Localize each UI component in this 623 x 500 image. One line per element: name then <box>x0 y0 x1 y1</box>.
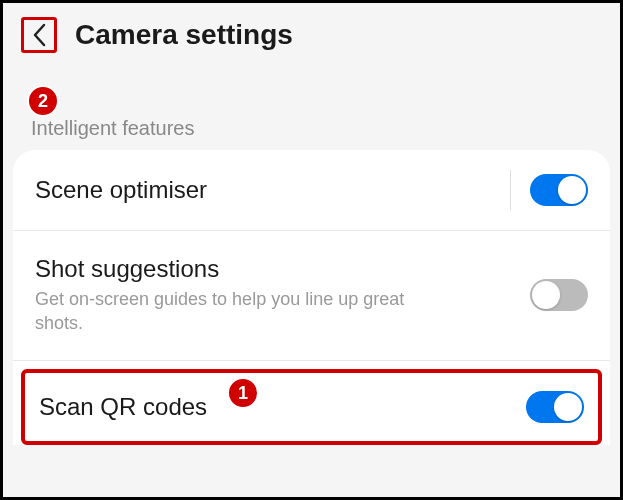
page-title: Camera settings <box>75 19 293 51</box>
setting-scene-optimiser[interactable]: Scene optimiser <box>13 150 610 231</box>
header: Camera settings <box>3 3 620 67</box>
toggle-scene-optimiser[interactable] <box>530 174 588 206</box>
toggle-scan-qr-codes[interactable] <box>526 391 584 423</box>
setting-subtitle: Get on-screen guides to help you line up… <box>35 287 455 336</box>
setting-text: Shot suggestions Get on-screen guides to… <box>35 255 514 336</box>
chevron-left-icon <box>32 23 46 47</box>
setting-shot-suggestions[interactable]: Shot suggestions Get on-screen guides to… <box>13 231 610 361</box>
toggle-knob <box>532 281 560 309</box>
setting-title: Scan QR codes <box>39 393 510 421</box>
settings-card: Scene optimiser Shot suggestions Get on-… <box>13 150 610 445</box>
setting-text: Scene optimiser <box>35 176 514 204</box>
annotation-badge-2: 2 <box>27 85 59 117</box>
section-label: Intelligent features <box>3 67 620 150</box>
toggle-shot-suggestions[interactable] <box>530 279 588 311</box>
setting-title: Shot suggestions <box>35 255 514 283</box>
annotation-badge-1: 1 <box>227 377 259 409</box>
toggle-knob <box>558 176 586 204</box>
setting-scan-qr-codes[interactable]: Scan QR codes <box>21 369 602 445</box>
back-button[interactable] <box>21 17 57 53</box>
toggle-knob <box>554 393 582 421</box>
setting-title: Scene optimiser <box>35 176 514 204</box>
setting-text: Scan QR codes <box>39 393 510 421</box>
